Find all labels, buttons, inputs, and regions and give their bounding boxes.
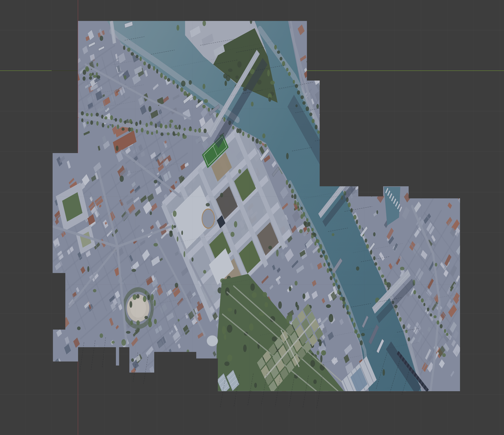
photo-tint-overlay (53, 21, 460, 391)
viewport-canvas[interactable] (0, 0, 504, 435)
aerial-photo-mosaic (40, 16, 483, 405)
